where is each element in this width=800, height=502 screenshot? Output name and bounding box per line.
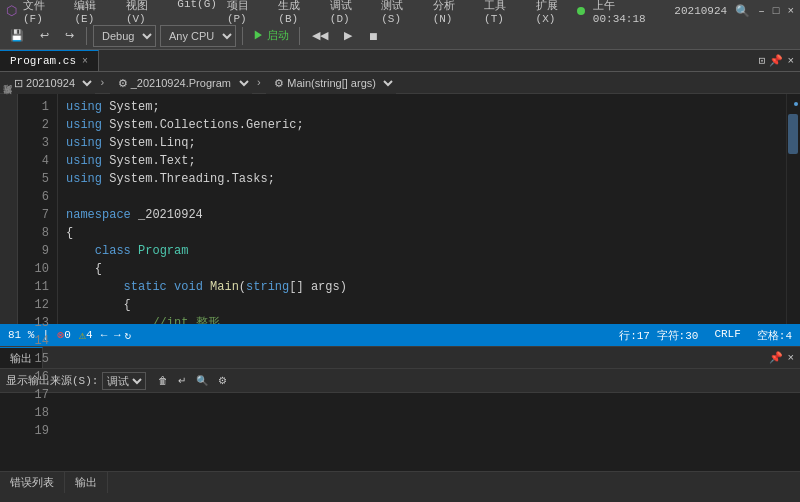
minimap-scrollbar[interactable] [786,94,800,324]
code-line-5: using System.Threading.Tasks; [66,170,778,188]
output-wrap-btn[interactable]: ↵ [174,373,190,388]
title-bar: ⬡ 文件(F) 编辑(E) 视图(V) Git(G) 项目(P) 生成(B) 调… [0,0,800,22]
code-line-10: { [66,260,778,278]
output-source-select[interactable]: 调试 [102,372,146,390]
close-button[interactable]: × [787,5,794,17]
minimize-button[interactable]: – [758,5,765,17]
line-number-11: 11 [18,278,49,296]
line-number-14: 14 [18,332,49,350]
tab-error-list[interactable]: 错误列表 [0,472,65,493]
code-line-13: //int 整形 [66,314,778,324]
breadcrumb-bar: ⊡ 20210924 › ⚙ _20210924.Program › ⚙ Mai… [0,72,800,94]
toolbar-btn-1[interactable]: 💾 [4,25,30,47]
title-bar-left: ⬡ 文件(F) 编辑(E) 视图(V) Git(G) 项目(P) 生成(B) 调… [6,0,577,25]
breadcrumb-sep-2: › [256,77,263,89]
toolbar-btn-3[interactable]: ↪ [59,25,80,47]
status-errors: 0 [64,329,71,341]
tab-label-program-cs: Program.cs [10,55,76,67]
toolbar-sep-3 [299,27,300,45]
code-line-11: static void Main(string[] args) [66,278,778,296]
tab-close-program-cs[interactable]: × [82,56,88,67]
breadcrumb-project[interactable]: ⊡ 20210924 [6,72,95,94]
menu-file[interactable]: 文件(F) [23,0,64,25]
warning-icon: ⚠ [79,328,86,343]
code-line-4: using System.Text; [66,152,778,170]
status-indicator [577,7,585,15]
start-button[interactable]: ▶ 启动 [249,28,293,43]
code-line-9: class Program [66,242,778,260]
breadcrumb-class[interactable]: ⚙ _20210924.Program [110,72,252,94]
code-editor[interactable]: using System;using System.Collections.Ge… [58,94,786,324]
code-line-6 [66,188,778,206]
nav-refresh[interactable]: ↻ [125,329,132,342]
close-panel-icon[interactable]: × [787,55,794,67]
line-numbers: 12345678910111213141516171819 [18,94,58,324]
tab-error-list-label: 错误列表 [10,475,54,490]
menu-tools[interactable]: 工具(T) [484,0,525,25]
app-icon: ⬡ [6,3,17,19]
toolbar: 💾 ↩ ↪ Debug Any CPU ▶ 启动 ◀◀ ▶ ⏹ [0,22,800,50]
breadcrumb-method[interactable]: ⚙ Main(string[] args) [266,72,396,94]
line-number-16: 16 [18,368,49,386]
menu-debug[interactable]: 调试(D) [330,0,371,25]
left-sidebar: 解决方案 [0,94,18,324]
nav-arrows[interactable]: ← → [101,329,121,341]
status-encoding: CRLF [714,328,740,343]
auto-hide-icon[interactable]: 📌 [769,54,783,67]
menu-extensions[interactable]: 扩展(X) [536,0,577,25]
toolbar-sep-2 [242,27,243,45]
menu-analyze[interactable]: 分析(N) [433,0,474,25]
output-find-btn[interactable]: 🔍 [192,373,212,388]
code-line-7: namespace _20210924 [66,206,778,224]
line-number-9: 9 [18,242,49,260]
output-clear-btn[interactable]: 🗑 [154,373,172,388]
error-icon: ⊗ [57,328,64,343]
menu-edit[interactable]: 编辑(E) [74,0,115,25]
status-right: 行:17 字符:30 CRLF 空格:4 [619,328,792,343]
bottom-panel-close[interactable]: × [787,352,794,364]
panel-toggle-icon[interactable]: ⊡ [759,54,766,67]
line-number-4: 4 [18,152,49,170]
menu-build[interactable]: 生成(B) [278,0,319,25]
code-line-8: { [66,224,778,242]
code-line-1: using System; [66,98,778,116]
maximize-button[interactable]: □ [773,5,780,17]
output-settings-btn[interactable]: ⚙ [214,373,231,388]
bottom-panel: 输出 📌 × 显示输出来源(S): 调试 🗑 ↵ 🔍 ⚙ [0,346,800,471]
line-number-15: 15 [18,350,49,368]
line-number-3: 3 [18,134,49,152]
status-bar: 81 % | ⊗ 0 ⚠ 4 ← → ↻ 行:17 字符:30 CRLF 空格:… [0,324,800,346]
status-row-col: 行:17 字符:30 [619,328,698,343]
line-number-2: 2 [18,116,49,134]
status-indent: 空格:4 [757,328,792,343]
tab-output-bottom[interactable]: 输出 [65,472,108,493]
line-number-13: 13 [18,314,49,332]
toolbar-sep-1 [86,27,87,45]
tab-program-cs[interactable]: Program.cs × [0,50,99,71]
line-number-19: 19 [18,422,49,440]
line-number-6: 6 [18,188,49,206]
line-number-18: 18 [18,404,49,422]
code-line-2: using System.Collections.Generic; [66,116,778,134]
toolbar-misc-2[interactable]: ▶ [338,25,358,47]
toolbar-misc-1[interactable]: ◀◀ [306,25,334,47]
debug-config-select[interactable]: Debug [93,25,156,47]
menu-view[interactable]: 视图(V) [126,0,167,25]
menu-project[interactable]: 项目(P) [227,0,268,25]
line-number-17: 17 [18,386,49,404]
bottom-panel-pin[interactable]: 📌 [769,351,783,364]
toolbar-misc-3[interactable]: ⏹ [362,25,385,47]
output-toolbar: 显示输出来源(S): 调试 🗑 ↵ 🔍 ⚙ [0,369,800,393]
line-number-10: 10 [18,260,49,278]
code-line-12: { [66,296,778,314]
line-number-7: 7 [18,206,49,224]
line-number-1: 1 [18,98,49,116]
menu-test[interactable]: 测试(S) [381,0,422,25]
bottom-tab-bar: 输出 📌 × [0,347,800,369]
line-number-8: 8 [18,224,49,242]
menu-git[interactable]: Git(G) [177,0,217,25]
cpu-select[interactable]: Any CPU [160,25,236,47]
search-icon[interactable]: 🔍 [735,4,750,19]
title-time: 上午00:34:18 [593,0,667,25]
toolbar-btn-2[interactable]: ↩ [34,25,55,47]
